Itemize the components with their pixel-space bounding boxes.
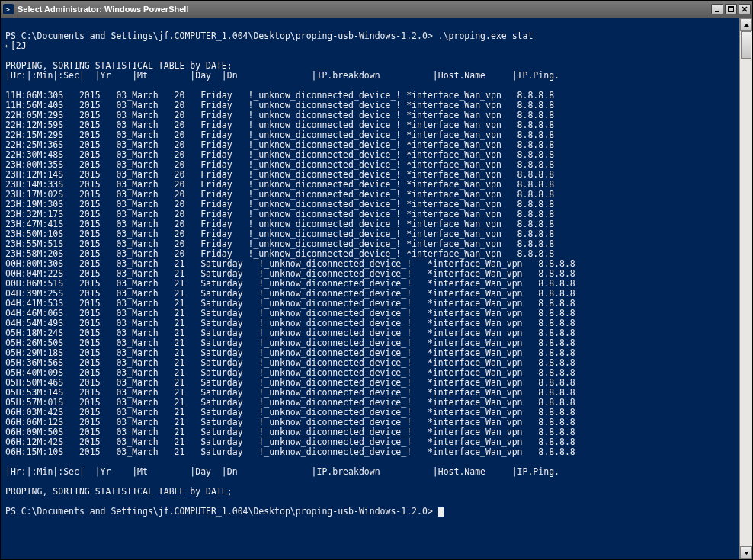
close-button[interactable] — [739, 4, 751, 14]
svg-marker-6 — [744, 552, 749, 555]
scroll-track[interactable] — [740, 31, 752, 546]
powershell-icon: > — [2, 3, 14, 15]
svg-marker-5 — [744, 24, 749, 27]
svg-text:>: > — [5, 5, 10, 14]
window-frame: > Select Administrator: Windows PowerShe… — [0, 0, 753, 560]
maximize-button[interactable] — [725, 4, 737, 14]
scroll-down-button[interactable] — [740, 546, 752, 559]
window-title: Select Administrator: Windows PowerShell — [18, 5, 711, 14]
cursor — [438, 507, 444, 517]
terminal-output[interactable]: PS C:\Documents and Settings\jf.COMPUTER… — [1, 18, 739, 559]
scroll-up-button[interactable] — [740, 18, 752, 31]
vertical-scrollbar[interactable] — [739, 18, 752, 559]
scroll-thumb[interactable] — [741, 31, 751, 59]
svg-rect-2 — [715, 11, 719, 12]
client-area: PS C:\Documents and Settings\jf.COMPUTER… — [1, 18, 752, 559]
title-bar[interactable]: > Select Administrator: Windows PowerShe… — [1, 1, 752, 18]
svg-rect-4 — [728, 6, 734, 8]
minimize-button[interactable] — [711, 4, 723, 14]
